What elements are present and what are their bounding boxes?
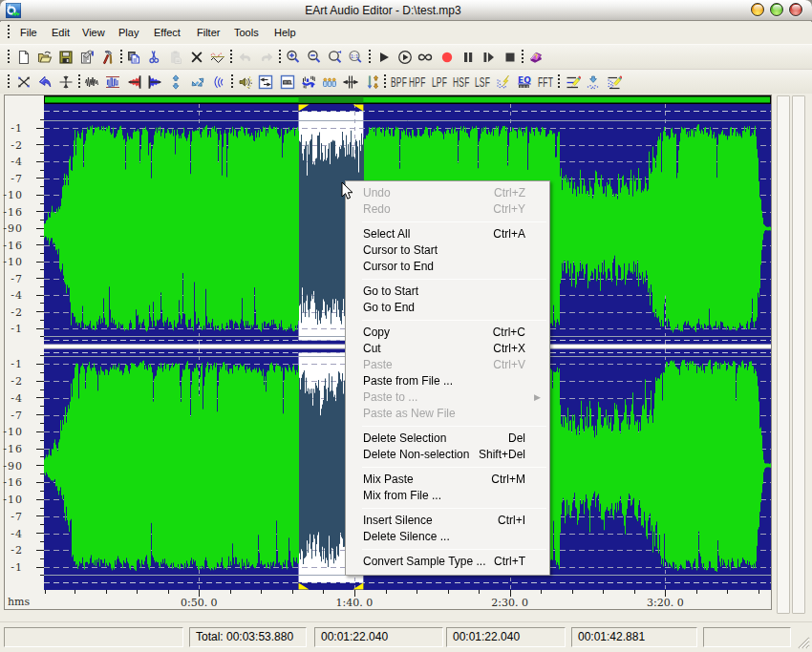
toolbar-button-play-circle[interactable]: [395, 48, 415, 67]
context-menu-item-go-to-end[interactable]: Go to End: [346, 300, 549, 316]
menu-edit[interactable]: Edit: [52, 22, 70, 44]
time-label: 0:50. 0: [181, 597, 218, 609]
toolbar-button-reverse-box[interactable]: [256, 73, 275, 92]
toolbar-button-pitch-arrows[interactable]: [363, 73, 382, 92]
menu-help[interactable]: Help: [274, 22, 296, 44]
context-menu-item-convert-sample-type[interactable]: Convert Sample Type ...Ctrl+T: [346, 554, 549, 570]
menu-file[interactable]: File: [20, 22, 37, 44]
menu-play[interactable]: Play: [118, 22, 139, 44]
toolbar-button-paste[interactable]: [166, 48, 185, 67]
toolbar-button-open-file[interactable]: [35, 48, 54, 67]
toolbar-button-fft[interactable]: FFT: [538, 73, 553, 92]
toolbar-button-zoom-out[interactable]: [305, 48, 324, 67]
toolbar-button-play[interactable]: [374, 48, 394, 67]
minimize-button[interactable]: [751, 3, 764, 16]
toolbar-button-insert-dots[interactable]: [584, 73, 603, 92]
toolbar-button-copy[interactable]: [124, 48, 143, 67]
toolbar-button-amplify-arrows[interactable]: [166, 73, 185, 92]
toolbar-button-record[interactable]: [438, 48, 457, 67]
menubar-gripper[interactable]: [8, 25, 11, 40]
db-tick-major: [36, 295, 44, 296]
toolbar-effects-gripper[interactable]: [8, 74, 11, 90]
toolbar-button-bend-arrow[interactable]: [35, 73, 54, 92]
context-menu-label: Redo: [363, 202, 391, 216]
menu-tools[interactable]: Tools: [234, 22, 259, 44]
toolbar-button-tools-hammer[interactable]: [98, 48, 118, 67]
toolbar-button-lightning-dots[interactable]: [494, 73, 513, 92]
time-ruler: 0:50. 01:40. 02:30. 03:20. 0: [44, 590, 771, 609]
trim-silence-wave-icon: [210, 50, 225, 65]
context-menu-item-delete-selection[interactable]: Delete SelectionDel: [346, 431, 549, 447]
pitch-arrows-icon: [365, 74, 380, 90]
toolbar-button-move-arrows[interactable]: [14, 73, 33, 92]
toolbar-button-draw-dots-pencil[interactable]: [605, 73, 624, 92]
toolbar-button-hsf[interactable]: HSF: [453, 73, 468, 92]
context-menu-item-cut[interactable]: CutCtrl+X: [346, 341, 549, 357]
toolbar-button-echo-arcs[interactable]: [208, 73, 227, 92]
toolbar-button-speaker-noise[interactable]: [236, 73, 255, 92]
toolbar-main-gripper[interactable]: [8, 50, 11, 65]
status-panel-2: 00:01:22.040: [314, 627, 443, 647]
toolbar-button-play-step[interactable]: [479, 48, 498, 67]
maximize-button[interactable]: [770, 3, 783, 16]
context-menu-item-cursor-to-start[interactable]: Cursor to Start: [346, 242, 549, 259]
resize-grip-icon: [796, 635, 810, 649]
toolbar-button-help-book[interactable]: ?: [526, 48, 545, 67]
db-label: -16: [3, 205, 23, 218]
toolbar-button-fade-out-red[interactable]: [125, 73, 144, 92]
toolbar-button-fade-in-blue[interactable]: [145, 73, 164, 92]
toolbar-button-stop[interactable]: [501, 48, 520, 67]
toolbar-button-hpf[interactable]: HPF: [409, 73, 424, 92]
toolbar-button-undo[interactable]: [236, 48, 255, 67]
toolbar-button-zoom-selection[interactable]: [326, 48, 345, 67]
context-menu-item-go-to-start[interactable]: Go to Start: [346, 284, 549, 300]
db-label: -16: [3, 239, 23, 251]
toolbar-button-ruler-box[interactable]: [278, 73, 297, 92]
context-menu-item-delete-silence[interactable]: Delete Silence ...: [346, 529, 549, 545]
toolbar-button-file-properties[interactable]: [77, 48, 96, 67]
context-menu-item-cursor-to-end[interactable]: Cursor to End: [346, 259, 549, 275]
vertical-scrollbar-track[interactable]: [777, 95, 790, 614]
db-label: -1: [11, 358, 23, 370]
context-menu-item-paste-from-file[interactable]: Paste from File ...: [346, 373, 549, 389]
toolbar-button-arrows-diagonal[interactable]: [188, 73, 207, 92]
title-bar[interactable]: EArt Audio Editor - D:\test.mp3: [0, 0, 812, 21]
menu-effect[interactable]: Effect: [154, 22, 181, 44]
close-button[interactable]: [789, 3, 802, 16]
vertical-zoom-track[interactable]: [792, 95, 805, 614]
context-menu-item-insert-silence[interactable]: Insert SilenceCtrl+I: [346, 513, 549, 529]
toolbar-button-bpf[interactable]: BPF: [391, 73, 406, 92]
toolbar-button-zoom-in[interactable]: [284, 48, 303, 67]
toolbar-button-loop-infinity[interactable]: [416, 48, 435, 67]
toolbar-button-wave-hands[interactable]: [299, 73, 318, 92]
toolbar-button-save-file[interactable]: [56, 48, 75, 67]
context-menu-item-delete-non-selection[interactable]: Delete Non-selectionShift+Del: [346, 447, 549, 463]
toolbar-button-stretch-arrows[interactable]: [341, 73, 360, 92]
context-menu-item-select-all[interactable]: Select AllCtrl+A: [346, 226, 549, 242]
toolbar-button-draw-lines-pencil[interactable]: [564, 73, 583, 92]
toolbar-button-wave-box[interactable]: [103, 73, 122, 92]
context-menu-item-copy[interactable]: CopyCtrl+C: [346, 325, 549, 341]
context-menu-item-undo: UndoCtrl+Z: [346, 185, 549, 201]
context-menu-item-mix-paste[interactable]: Mix PasteCtrl+M: [346, 472, 549, 488]
toolbar-button-pause[interactable]: [459, 48, 478, 67]
menu-filter[interactable]: Filter: [197, 22, 220, 44]
toolbar-button-trim-silence-wave[interactable]: [208, 48, 227, 67]
toolbar-button-align-center[interactable]: [56, 73, 75, 92]
context-menu-label: Undo: [363, 186, 391, 200]
toolbar-button-redo[interactable]: [257, 48, 276, 67]
toolbar-button-delete-x[interactable]: [187, 48, 206, 67]
context-menu-item-mix-from-file[interactable]: Mix from File ...: [346, 488, 549, 504]
toolbar-button-lpf[interactable]: LPF: [431, 73, 446, 92]
toolbar-button-eq-graphic[interactable]: EQ: [515, 73, 534, 92]
menu-view[interactable]: View: [82, 22, 105, 44]
toolbar-button-zoom-one-to-one[interactable]: 1:1: [346, 48, 365, 67]
resize-grip[interactable]: [796, 635, 810, 649]
toolbar-button-cut[interactable]: [145, 48, 164, 67]
toolbar-button-knobs-three[interactable]: [320, 73, 339, 92]
toolbar-button-lsf[interactable]: LSF: [474, 73, 489, 92]
toolbar-button-new-file[interactable]: [14, 48, 33, 67]
speaker-wave-logo: [6, 3, 21, 18]
toolbar-button-wave-zigzag[interactable]: [82, 73, 101, 92]
db-label: -10: [3, 426, 23, 438]
